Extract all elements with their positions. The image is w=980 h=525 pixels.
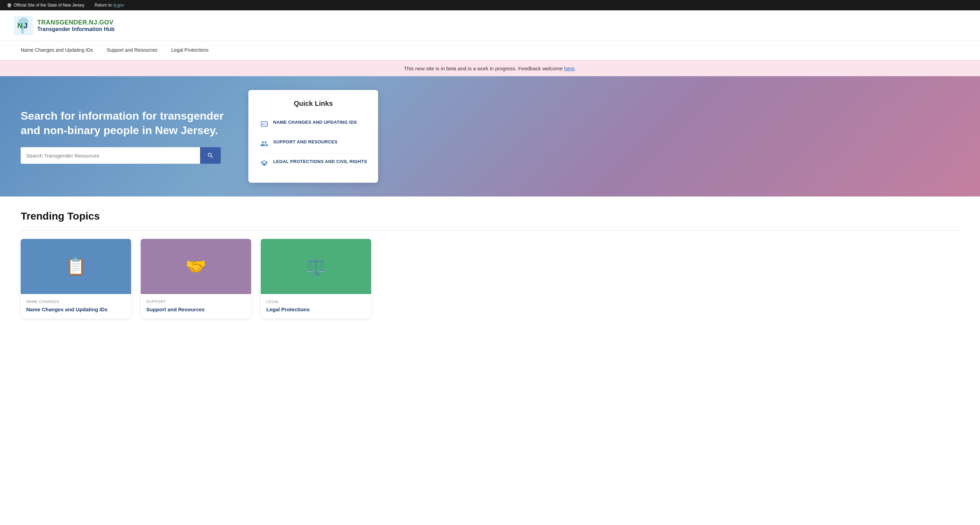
- card-image-name-changes: 📋: [21, 239, 131, 294]
- site-title-group: TRANSGENDER.NJ.GOV Transgender Informati…: [37, 19, 115, 32]
- card-icon-legal: ⚖️: [305, 257, 326, 276]
- quick-link-label-legal: LEGAL PROTECTIONS AND CIVIL RIGHTS: [273, 159, 367, 165]
- card-category-name-changes: Name Changes: [26, 300, 126, 304]
- search-bar: [21, 147, 221, 164]
- card-category-support: Support: [146, 300, 246, 304]
- quick-link-label-name-changes: NAME CHANGES AND UPDATING IDS: [273, 119, 357, 125]
- card-body-legal: Legal Legal Protections: [261, 294, 371, 319]
- legal-icon: [259, 159, 269, 168]
- trending-card-support[interactable]: 🤝 Support Support and Resources: [141, 239, 251, 319]
- nj-logo: N J: [14, 16, 33, 35]
- card-body-name-changes: Name Changes Name Changes and Updating I…: [21, 294, 131, 319]
- hero-title: Search for information for transgender a…: [21, 109, 235, 138]
- svg-text:J: J: [24, 21, 28, 30]
- feedback-link[interactable]: here: [564, 65, 575, 71]
- search-input[interactable]: [21, 147, 200, 164]
- search-button[interactable]: [200, 147, 221, 164]
- site-subtitle: Transgender Information Hub: [37, 26, 115, 32]
- card-image-legal: ⚖️: [261, 239, 371, 294]
- return-label: Return to: [95, 3, 113, 8]
- nav-list: Name Changes and Updating IDs Support an…: [14, 41, 966, 60]
- nav-item-name-changes: Name Changes and Updating IDs: [14, 41, 100, 60]
- hero-section: Search for information for transgender a…: [0, 76, 980, 197]
- card-category-legal: Legal: [266, 300, 366, 304]
- svg-text:N: N: [17, 21, 23, 30]
- card-title-legal: Legal Protections: [266, 306, 366, 313]
- trending-cards: 📋 Name Changes Name Changes and Updating…: [21, 239, 959, 319]
- card-icon-support: 🤝: [186, 257, 206, 276]
- nj-shield-icon: [7, 3, 12, 8]
- nav-item-support: Support and Resources: [100, 41, 164, 60]
- official-site-label: Official Site of the State of New Jersey: [7, 3, 84, 8]
- quick-link-name-changes[interactable]: NAME CHANGES AND UPDATING IDS: [259, 114, 367, 134]
- top-bar: Official Site of the State of New Jersey…: [0, 0, 980, 10]
- return-to-nj: Return to nj.gov: [95, 3, 124, 8]
- card-image-support: 🤝: [141, 239, 251, 294]
- nav-link-support[interactable]: Support and Resources: [100, 41, 164, 60]
- card-icon-name-changes: 📋: [65, 257, 86, 276]
- trending-divider: [21, 230, 959, 231]
- site-domain: TRANSGENDER.NJ.GOV: [37, 19, 115, 26]
- logo-container: N J TRANSGENDER.NJ.GOV Transgender Infor…: [14, 16, 115, 35]
- quick-links-card: Quick Links NAME CHANGES AND UPDATING ID…: [248, 90, 378, 183]
- nav-item-legal: Legal Protections: [164, 41, 215, 60]
- official-label-text: Official Site of the State of New Jersey: [14, 3, 84, 8]
- trending-card-legal[interactable]: ⚖️ Legal Legal Protections: [261, 239, 371, 319]
- site-header: N J TRANSGENDER.NJ.GOV Transgender Infor…: [0, 10, 980, 41]
- id-icon: [259, 119, 269, 129]
- main-nav: Name Changes and Updating IDs Support an…: [0, 41, 980, 61]
- card-title-name-changes: Name Changes and Updating IDs: [26, 306, 126, 313]
- beta-suffix: .: [575, 65, 576, 71]
- trending-section: Trending Topics 📋 Name Changes Name Chan…: [0, 197, 980, 332]
- search-icon: [207, 152, 214, 159]
- trending-title: Trending Topics: [21, 210, 959, 222]
- beta-text: This new site is in beta and is a work i…: [404, 65, 564, 71]
- support-icon: [259, 139, 269, 149]
- trending-card-name-changes[interactable]: 📋 Name Changes Name Changes and Updating…: [21, 239, 131, 319]
- quick-link-legal[interactable]: LEGAL PROTECTIONS AND CIVIL RIGHTS: [259, 154, 367, 173]
- nav-link-legal[interactable]: Legal Protections: [164, 41, 215, 60]
- card-title-support: Support and Resources: [146, 306, 246, 313]
- nj-gov-link[interactable]: nj.gov: [113, 3, 124, 8]
- quick-link-label-support: SUPPORT AND RESOURCES: [273, 139, 337, 145]
- beta-banner: This new site is in beta and is a work i…: [0, 61, 980, 76]
- quick-link-support[interactable]: SUPPORT AND RESOURCES: [259, 134, 367, 154]
- quick-links-title: Quick Links: [259, 100, 367, 108]
- card-body-support: Support Support and Resources: [141, 294, 251, 319]
- hero-content: Search for information for transgender a…: [21, 109, 235, 164]
- nav-link-name-changes[interactable]: Name Changes and Updating IDs: [14, 41, 100, 60]
